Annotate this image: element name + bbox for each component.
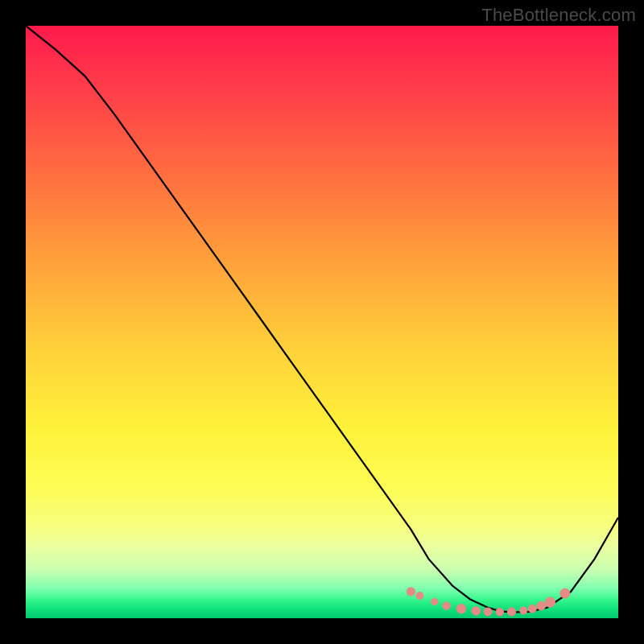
optimal-dot [484,608,492,616]
optimal-dot [560,588,570,598]
highlight-dots [26,26,618,618]
optimal-dot [443,602,451,610]
bottleneck-curve [26,26,618,618]
dots-group [407,588,570,616]
optimal-dot [537,601,546,610]
chart-frame: TheBottleneck.com [0,0,644,644]
optimal-dot [456,604,466,613]
optimal-dot [520,607,527,614]
optimal-dot [407,588,415,596]
curve-path [26,26,618,613]
optimal-dot [416,592,423,600]
plot-area [26,26,618,618]
optimal-dot [545,597,555,607]
optimal-dot [496,608,504,616]
optimal-dot [472,606,481,615]
optimal-dot [507,608,515,616]
watermark-text: TheBottleneck.com [481,5,636,26]
optimal-dot [528,605,536,613]
optimal-dot [431,598,438,605]
